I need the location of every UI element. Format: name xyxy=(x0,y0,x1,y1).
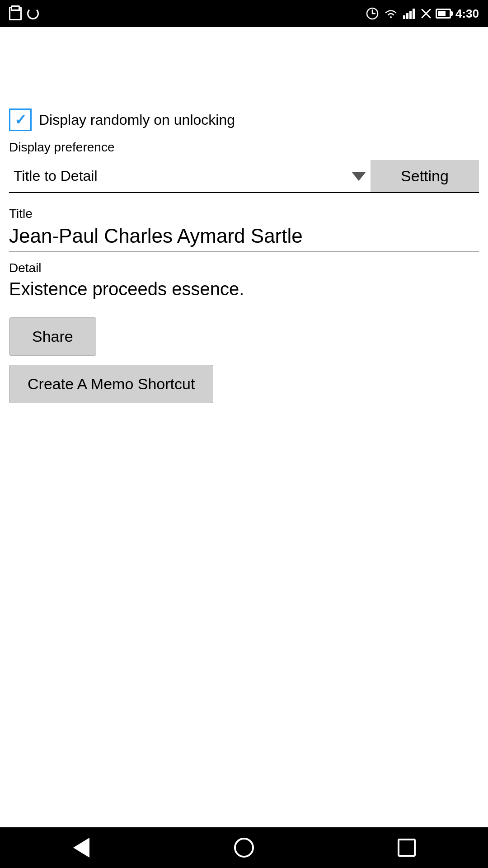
status-time: 4:30 xyxy=(455,7,479,21)
bottom-nav xyxy=(0,827,488,868)
main-content: ✓ Display randomly on unlocking Display … xyxy=(0,27,488,412)
checkbox-label: Display randomly on unlocking xyxy=(39,112,235,128)
svg-rect-5 xyxy=(409,11,412,19)
checkbox-checkmark: ✓ xyxy=(14,113,27,127)
share-button[interactable]: Share xyxy=(9,317,96,356)
setting-button[interactable]: Setting xyxy=(371,160,479,192)
sync-icon xyxy=(27,8,39,19)
clock-icon xyxy=(366,7,379,20)
checkbox-display-randomly[interactable]: ✓ xyxy=(9,108,32,131)
status-bar-right: 4:30 xyxy=(366,7,479,21)
recents-icon xyxy=(398,839,416,857)
dropdown-arrow-icon xyxy=(352,172,366,181)
nav-home-button[interactable] xyxy=(226,830,262,866)
clipboard-icon xyxy=(9,7,22,20)
home-icon xyxy=(234,838,254,858)
detail-value: Existence proceeds essence. xyxy=(9,279,479,299)
svg-rect-4 xyxy=(406,13,408,19)
checkbox-row[interactable]: ✓ Display randomly on unlocking xyxy=(9,108,479,131)
nav-back-button[interactable] xyxy=(63,830,99,866)
dropdown-title-to-detail[interactable]: Title to Detail xyxy=(9,160,371,192)
dropdown-setting-row: Title to Detail Setting xyxy=(9,160,479,193)
battery-icon xyxy=(436,9,451,19)
nav-recents-button[interactable] xyxy=(389,830,425,866)
svg-rect-3 xyxy=(403,15,405,19)
wifi-icon xyxy=(383,7,399,20)
title-label: Title xyxy=(9,207,479,221)
create-memo-shortcut-button[interactable]: Create A Memo Shortcut xyxy=(9,365,213,403)
detail-label: Detail xyxy=(9,261,479,275)
dropdown-selected-text: Title to Detail xyxy=(14,168,98,184)
status-bar: 4:30 xyxy=(0,0,488,27)
back-icon xyxy=(73,838,89,858)
display-preference-label: Display preference xyxy=(9,140,479,155)
x-icon xyxy=(421,9,431,19)
signal-icon xyxy=(403,7,417,20)
status-bar-left xyxy=(9,7,39,20)
title-value: Jean-Paul Charles Aymard Sartle xyxy=(9,225,479,252)
svg-rect-6 xyxy=(413,9,415,19)
